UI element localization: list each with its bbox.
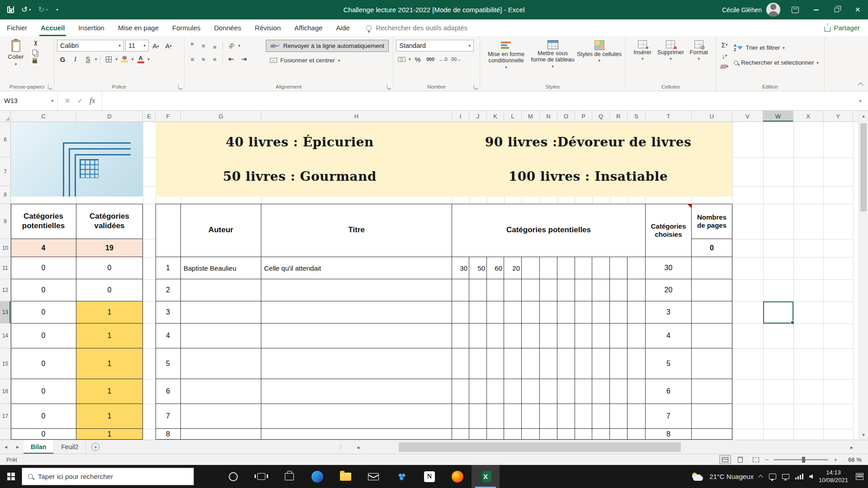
column-header-G[interactable]: G <box>181 111 261 122</box>
book-cat-1-10[interactable] <box>627 257 646 279</box>
enter-icon[interactable]: ✓ <box>77 97 83 105</box>
bold-button[interactable]: G <box>57 54 68 65</box>
format-as-table-button[interactable]: Mettre sous forme de tableau ▾ <box>529 39 576 82</box>
book-cat-1-1[interactable]: 50 <box>469 257 487 279</box>
column-header-F[interactable]: F <box>156 111 181 122</box>
book-header-chosen[interactable]: Catégories choisies <box>646 204 692 257</box>
book-pages-total[interactable]: 0 <box>692 239 732 257</box>
formula-input[interactable] <box>102 91 853 110</box>
book-cat-3-8[interactable] <box>592 301 610 324</box>
hscroll-right-icon[interactable]: ▸ <box>846 440 857 454</box>
book-chosen-8[interactable]: 8 <box>646 429 692 440</box>
dialog-launcher-icon[interactable] <box>178 85 182 89</box>
book-cat-5-2[interactable] <box>487 348 504 379</box>
book-cat-7-0[interactable] <box>452 404 469 429</box>
book-cat-5-9[interactable] <box>610 348 627 379</box>
copy-icon[interactable] <box>33 50 37 55</box>
summary-total-left[interactable]: 4 <box>11 239 76 257</box>
network-icon[interactable] <box>782 474 789 479</box>
book-cat-1-4[interactable] <box>522 257 540 279</box>
book-titre-2[interactable] <box>261 279 452 301</box>
book-cat-8-7[interactable] <box>575 429 592 440</box>
book-cat-3-6[interactable] <box>557 301 575 324</box>
name-box[interactable]: W13▾ <box>0 91 58 110</box>
summary-cell-right-1[interactable]: 0 <box>76 279 143 301</box>
book-cat-5-0[interactable] <box>452 348 469 379</box>
tab-mise-en-page[interactable]: Mise en page <box>111 19 165 36</box>
book-pages-7[interactable] <box>692 404 732 429</box>
book-chosen-6[interactable]: 6 <box>646 379 692 404</box>
decrease-decimal-icon[interactable]: .00→ <box>450 54 462 65</box>
scroll-down-icon[interactable]: ▾ <box>859 430 868 440</box>
book-titre-8[interactable] <box>261 429 452 440</box>
zoom-level[interactable]: 68 % <box>841 456 862 463</box>
book-cat-6-5[interactable] <box>540 379 557 404</box>
book-cat-6-2[interactable] <box>487 379 504 404</box>
book-cat-4-2[interactable] <box>487 324 504 348</box>
number-format-select[interactable]: Standard▾ <box>396 40 474 52</box>
book-chosen-5[interactable]: 5 <box>646 348 692 379</box>
book-cat-5-4[interactable] <box>522 348 540 379</box>
user-avatar[interactable] <box>766 3 780 17</box>
book-cat-4-6[interactable] <box>557 324 575 348</box>
summary-cell-left-7[interactable]: 0 <box>11 429 76 440</box>
book-cat-7-8[interactable] <box>592 404 610 429</box>
insert-function-icon[interactable]: fx <box>90 96 95 105</box>
column-header-J[interactable]: J <box>469 111 487 122</box>
book-cat-3-0[interactable] <box>452 301 469 324</box>
column-header-W[interactable]: W <box>763 111 793 122</box>
firefox-button[interactable] <box>443 465 472 488</box>
zoom-slider[interactable] <box>774 459 828 460</box>
book-cat-6-10[interactable] <box>627 379 646 404</box>
edge-button[interactable] <box>303 465 331 488</box>
book-auteur-2[interactable] <box>181 279 261 301</box>
format-painter-icon[interactable] <box>33 58 37 63</box>
dialog-launcher-icon[interactable] <box>474 85 478 89</box>
mail-button[interactable] <box>359 465 387 488</box>
sort-filter-button[interactable]: AZ Trier et filtrer ▾ <box>734 42 819 54</box>
book-cat-5-8[interactable] <box>592 348 610 379</box>
notion-button[interactable]: N <box>415 465 443 488</box>
font-name-select[interactable]: Calibri▾ <box>57 40 124 52</box>
tab-accueil[interactable]: Accueil <box>34 19 71 36</box>
row-header-11[interactable]: 11 <box>0 257 11 279</box>
column-header-D[interactable]: D <box>76 111 143 122</box>
spreadsheet-grid[interactable]: 40 livres : Épicurien 90 livres :Dévoreu… <box>0 122 868 440</box>
summary-cell-left-1[interactable]: 0 <box>11 279 76 301</box>
book-pages-2[interactable] <box>692 279 732 301</box>
row-header-12[interactable]: 12 <box>0 279 11 301</box>
insert-cells-button[interactable]: + Insérer ▾ <box>628 39 656 82</box>
book-cat-6-6[interactable] <box>557 379 575 404</box>
book-header-titre[interactable]: Titre <box>261 204 452 257</box>
book-cat-1-5[interactable] <box>540 257 557 279</box>
column-header-I[interactable]: I <box>452 111 469 122</box>
fill-color-button[interactable] <box>119 54 130 65</box>
percent-format-button[interactable]: % <box>412 54 424 65</box>
book-titre-3[interactable] <box>261 301 452 324</box>
book-cat-6-1[interactable] <box>469 379 487 404</box>
book-auteur-5[interactable] <box>181 348 261 379</box>
increase-indent-icon[interactable]: ⇥ <box>238 54 250 65</box>
expand-formula-bar-icon[interactable]: ▾ <box>853 91 868 110</box>
decrease-font-button[interactable]: A▾ <box>163 40 174 52</box>
book-num-4[interactable]: 4 <box>156 324 181 348</box>
book-cat-5-3[interactable] <box>504 348 522 379</box>
find-select-button[interactable]: Rechercher et sélectionner ▾ <box>734 56 819 69</box>
book-cat-2-4[interactable] <box>522 279 540 301</box>
book-cat-4-5[interactable] <box>540 324 557 348</box>
book-chosen-1[interactable]: 30 <box>646 257 692 279</box>
book-cat-3-5[interactable] <box>540 301 557 324</box>
book-cat-3-7[interactable] <box>575 301 592 324</box>
dialog-launcher-icon[interactable] <box>48 85 52 89</box>
currency-format-button[interactable] <box>396 54 407 65</box>
column-header-X[interactable]: X <box>793 111 823 122</box>
book-cat-8-10[interactable] <box>627 429 646 440</box>
row-header-9[interactable]: 9 <box>0 204 11 239</box>
book-cat-3-2[interactable] <box>487 301 504 324</box>
book-cat-1-9[interactable] <box>610 257 627 279</box>
delete-cells-button[interactable]: × Supprimer ▾ <box>656 39 684 82</box>
book-cat-2-1[interactable] <box>469 279 487 301</box>
row-header-6[interactable]: 6 <box>0 122 11 157</box>
decorative-picture[interactable] <box>11 122 143 197</box>
font-size-select[interactable]: 11▾ <box>125 40 149 52</box>
